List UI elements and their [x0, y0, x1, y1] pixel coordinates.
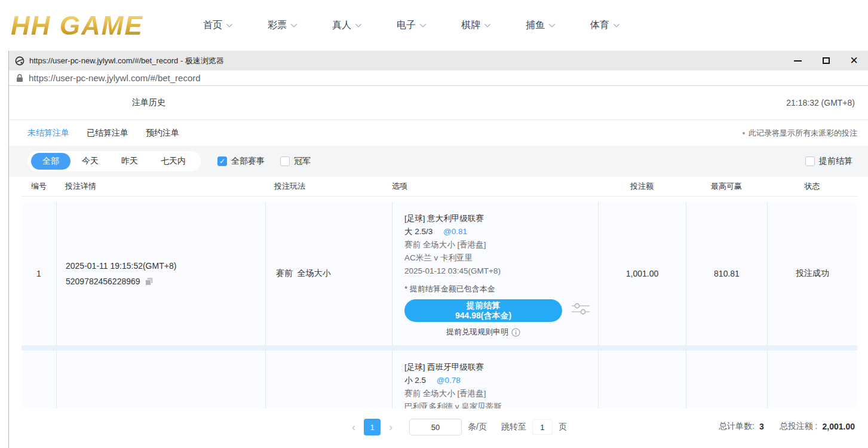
col-header-amount: 投注额	[598, 181, 686, 192]
col-header-no: 编号	[22, 181, 56, 192]
league-name: [足球] 意大利甲级联赛	[404, 212, 598, 225]
server-clock: 21:18:32 (GMT+8)	[786, 98, 855, 108]
jump-page-input[interactable]	[532, 419, 553, 435]
sliders-icon[interactable]	[572, 302, 590, 316]
match-teams: 巴利亚多利德 v 皇家贝蒂斯	[404, 400, 598, 409]
tab-reserved[interactable]: 预约注单	[146, 128, 179, 139]
date-filter-7days[interactable]: 七天内	[149, 153, 197, 170]
cell-bet-detail: 2025-01-11 19:15:52(GMT+8) 5209782456228…	[56, 202, 265, 345]
browser-urlbar[interactable]: https://user-pc-new.jylywl.com/#/bet_rec…	[9, 70, 868, 86]
nav-label: 首页	[203, 19, 222, 32]
cashout-note: * 提前结算金额已包含本金	[404, 283, 598, 296]
selection: 小 2.5	[404, 376, 426, 385]
row-spacer	[22, 345, 857, 351]
cell-status	[767, 351, 857, 409]
url-text: https://user-pc-new.jylywl.com/#/bet_rec…	[29, 73, 201, 83]
cashout-rule-text: 提前兑现规则申明	[446, 327, 508, 337]
tab-unsettled[interactable]: 未结算注单	[27, 128, 69, 139]
market-info: 赛前 全场大小 [香港盘]	[404, 238, 598, 251]
all-events-label: 全部赛事	[231, 156, 265, 167]
date-filter-all[interactable]: 全部	[31, 153, 70, 170]
nav-item-cards[interactable]: 棋牌	[461, 19, 491, 32]
jump-to-label: 跳转至	[501, 422, 526, 432]
next-page-arrow-icon[interactable]: ›	[387, 422, 395, 432]
nav-item-fishing[interactable]: 捕鱼	[526, 19, 556, 32]
cell-row-number: 1	[22, 202, 56, 345]
checkbox-checked-icon: ✓	[217, 157, 227, 166]
summary-totals: 总计单数: 3 总投注额 : 2,001.00	[719, 421, 855, 432]
early-settle-label: 提前结算	[819, 156, 852, 167]
league-name: [足球] 西班牙甲级联赛	[404, 361, 598, 374]
selection-line: 小 2.5 @0.78	[404, 374, 598, 387]
cell-bet-amount: 1,001.00	[598, 202, 686, 345]
cell-row-number	[22, 351, 56, 409]
copy-icon[interactable]	[145, 277, 154, 286]
checkbox-unchecked-icon	[805, 157, 815, 166]
odds-value: @0.81	[443, 227, 467, 236]
page-header: 注单历史 21:18:32 (GMT+8)	[9, 86, 868, 120]
page-unit-label: 页	[559, 422, 567, 432]
page-title: 注单历史	[132, 97, 165, 108]
nav-item-slots[interactable]: 电子	[397, 19, 427, 32]
main-menu: 首页 彩票 真人 电子 棋牌 捕鱼	[203, 19, 620, 32]
row-spacer	[22, 197, 857, 202]
filter-bar: 全部 今天 昨天 七天内 ✓ 全部赛事 冠军 提前结算	[9, 146, 868, 177]
date-filter-today[interactable]: 今天	[70, 153, 110, 170]
chevron-down-icon	[613, 23, 620, 28]
cashout-rule-link[interactable]: 提前兑现规则申明	[404, 327, 562, 337]
table-footer: ‹ 1 › 条/页 跳转至 页 总计单数: 3 总投注额 : 2,001.00	[9, 409, 868, 447]
cell-max-win	[686, 351, 767, 409]
date-filter-group: 全部 今天 昨天 七天内	[27, 151, 201, 171]
cell-option: [足球] 意大利甲级联赛 大 2.5/3 @0.81 赛前 全场大小 [香港盘]…	[392, 202, 598, 345]
nav-item-home[interactable]: 首页	[203, 19, 233, 32]
col-header-status: 状态	[767, 181, 857, 192]
nav-label: 棋牌	[461, 19, 480, 32]
minimize-button[interactable]	[784, 51, 812, 70]
nav-label: 真人	[332, 19, 351, 32]
page-content: 注单历史 21:18:32 (GMT+8) 未结算注单 已结算注单 预约注单 此…	[9, 86, 868, 447]
cashout-button-title: 提前结算	[467, 300, 500, 311]
champion-checkbox[interactable]: 冠军	[280, 156, 311, 167]
all-events-checkbox[interactable]: ✓ 全部赛事	[217, 156, 265, 167]
cell-play-type	[265, 351, 392, 409]
chevron-down-icon	[355, 23, 362, 28]
early-settle-checkbox[interactable]: 提前结算	[805, 156, 852, 167]
table-row: [足球] 西班牙甲级联赛 小 2.5 @0.78 赛前 全场大小 [香港盘] 巴…	[22, 351, 857, 409]
bet-time: 2025-01-11 19:15:52(GMT+8)	[66, 258, 265, 274]
info-icon	[511, 328, 520, 337]
cell-option: [足球] 西班牙甲级联赛 小 2.5 @0.78 赛前 全场大小 [香港盘] 巴…	[392, 351, 598, 409]
browser-window: https://user-pc-new.jylywl.com/#/bet_rec…	[8, 51, 868, 448]
col-header-maxwin: 最高可赢	[686, 181, 767, 192]
cashout-button[interactable]: 提前结算 944.98(含本金)	[404, 299, 562, 322]
table-row: 1 2025-01-11 19:15:52(GMT+8) 52097824562…	[22, 202, 857, 345]
prev-page-arrow-icon[interactable]: ‹	[349, 422, 358, 432]
page-size-input[interactable]	[409, 419, 462, 435]
screen: HH GAME 首页 彩票 真人 电子 棋牌 捕鱼	[0, 0, 868, 448]
total-amount-label: 总投注额 :	[780, 421, 818, 432]
pagination: ‹ 1 › 条/页 跳转至 页	[349, 419, 567, 435]
cell-play-type: 赛前 全场大小	[265, 202, 392, 345]
nav-item-sports[interactable]: 体育	[590, 19, 620, 32]
maximize-button[interactable]	[812, 51, 840, 70]
site-logo[interactable]: HH GAME	[0, 11, 179, 41]
close-button[interactable]: ✕	[840, 51, 868, 70]
chevron-down-icon	[226, 23, 233, 28]
match-teams: AC米兰 v 卡利亚里	[404, 251, 598, 265]
window-controls: ✕	[784, 51, 868, 70]
current-page-button[interactable]: 1	[364, 419, 381, 435]
record-note-text: 此记录将显示所有未派彩的投注	[749, 128, 857, 139]
cashout-button-amount: 944.98(含本金)	[455, 311, 511, 321]
total-amount-value: 2,001.00	[823, 422, 855, 431]
selection-line: 大 2.5/3 @0.81	[404, 225, 598, 238]
nav-item-lottery[interactable]: 彩票	[268, 19, 297, 32]
market-info: 赛前 全场大小 [香港盘]	[404, 387, 598, 400]
bullet-dot	[743, 132, 745, 134]
tab-settled[interactable]: 已结算注单	[87, 128, 128, 139]
date-filter-yesterday[interactable]: 昨天	[110, 153, 149, 170]
total-count-label: 总计单数:	[719, 421, 754, 432]
lock-icon	[16, 73, 23, 82]
chevron-down-icon	[419, 23, 427, 28]
nav-item-live[interactable]: 真人	[332, 19, 362, 32]
cell-bet-amount	[598, 351, 686, 409]
record-note: 此记录将显示所有未派彩的投注	[743, 128, 857, 139]
